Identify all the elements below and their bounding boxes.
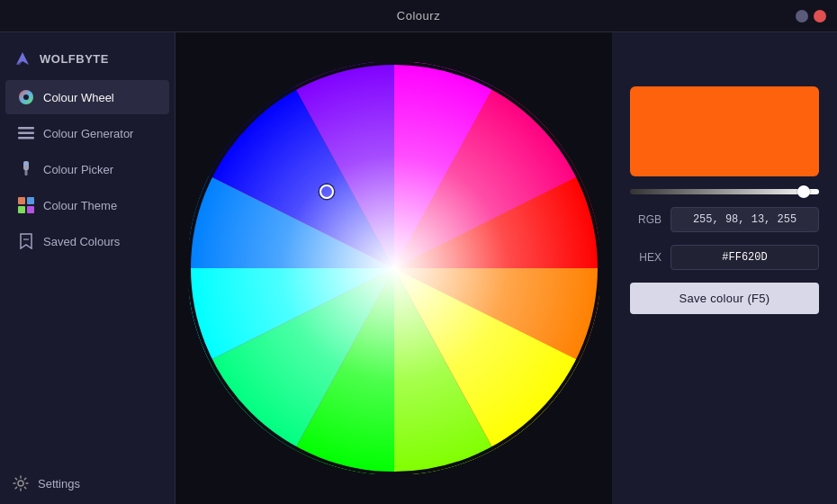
sidebar-item-saved-colours-label: Saved Colours — [43, 235, 120, 248]
sidebar-item-colour-generator-label: Colour Generator — [43, 127, 133, 140]
hex-row: HEX #FF620D — [630, 245, 819, 270]
rgb-row: RGB 255, 98, 13, 255 — [630, 207, 819, 232]
sidebar-item-colour-picker-label: Colour Picker — [43, 163, 113, 176]
sidebar: WOLFBYTE Colour Wheel — [0, 32, 176, 504]
right-panel: RGB 255, 98, 13, 255 HEX #FF620D Save co… — [612, 68, 837, 332]
svg-point-16 — [189, 63, 599, 473]
sidebar-item-colour-wheel[interactable]: Colour Wheel — [5, 80, 169, 114]
brightness-slider[interactable] — [630, 189, 819, 194]
picker-icon — [18, 161, 34, 177]
svg-rect-12 — [18, 206, 25, 213]
svg-rect-5 — [18, 132, 34, 135]
settings-label: Settings — [38, 477, 80, 490]
svg-point-14 — [18, 481, 23, 486]
svg-marker-0 — [16, 52, 29, 65]
app-title: Colourz — [397, 9, 440, 22]
hex-value: #FF620D — [670, 245, 819, 270]
main-layout: WOLFBYTE Colour Wheel — [0, 32, 837, 504]
svg-rect-6 — [18, 137, 34, 140]
sidebar-item-colour-theme[interactable]: Colour Theme — [5, 188, 169, 222]
sidebar-item-colour-wheel-label: Colour Wheel — [43, 91, 114, 104]
content-area — [176, 32, 612, 504]
wheel-icon — [18, 89, 34, 105]
svg-point-9 — [24, 162, 28, 166]
save-colour-button[interactable]: Save colour (F5) — [630, 283, 819, 314]
titlebar: Colourz — [0, 0, 837, 32]
colour-wheel[interactable] — [187, 61, 601, 475]
wheel-cursor — [320, 184, 334, 199]
window-controls — [796, 10, 826, 22]
colour-wheel-container[interactable] — [187, 61, 601, 475]
svg-rect-10 — [18, 197, 25, 204]
sidebar-item-saved-colours[interactable]: Saved Colours — [5, 224, 169, 258]
wolfbyte-logo-icon — [13, 49, 32, 68]
rgb-value: 255, 98, 13, 255 — [670, 207, 819, 232]
minimize-button[interactable] — [796, 10, 808, 22]
rgb-label: RGB — [630, 213, 662, 226]
colour-preview — [630, 86, 819, 176]
svg-rect-4 — [18, 127, 34, 130]
saved-icon — [18, 233, 34, 249]
hex-label: HEX — [630, 251, 662, 264]
close-button[interactable] — [814, 10, 826, 22]
theme-icon — [18, 197, 34, 213]
sidebar-logo: WOLFBYTE — [0, 41, 175, 79]
generator-icon — [18, 125, 34, 141]
brightness-slider-container — [630, 189, 819, 194]
sidebar-item-colour-generator[interactable]: Colour Generator — [5, 116, 169, 150]
sidebar-item-colour-picker[interactable]: Colour Picker — [5, 152, 169, 186]
svg-rect-11 — [27, 197, 34, 204]
svg-rect-8 — [25, 169, 28, 176]
svg-rect-13 — [27, 206, 34, 213]
logo-text: WOLFBYTE — [40, 52, 109, 66]
sidebar-item-colour-theme-label: Colour Theme — [43, 199, 117, 212]
settings-icon — [13, 475, 29, 491]
settings-item[interactable]: Settings — [0, 466, 175, 504]
svg-point-3 — [23, 94, 29, 100]
